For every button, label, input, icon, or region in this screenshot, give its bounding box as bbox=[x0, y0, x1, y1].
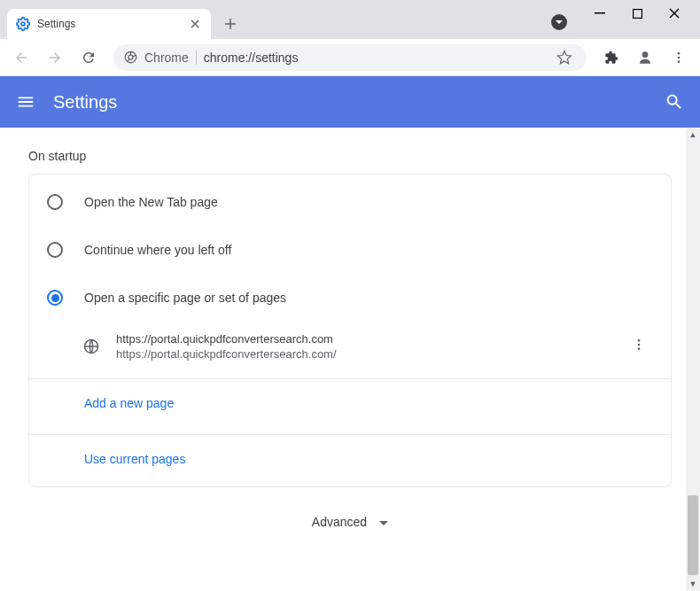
page-title: Settings bbox=[53, 92, 647, 113]
svg-point-8 bbox=[678, 60, 681, 63]
startup-card: Open the New Tab page Continue where you… bbox=[28, 174, 672, 487]
radio-label: Open a specific page or set of pages bbox=[84, 291, 286, 305]
radio-continue[interactable]: Continue where you left off bbox=[29, 226, 671, 274]
svg-point-10 bbox=[638, 339, 641, 342]
svg-point-11 bbox=[638, 344, 641, 346]
svg-point-6 bbox=[678, 52, 681, 55]
radio-icon bbox=[47, 194, 63, 210]
hamburger-menu-icon[interactable] bbox=[16, 92, 35, 112]
use-current-link: Use current pages bbox=[84, 452, 185, 466]
chevron-down-icon bbox=[379, 514, 388, 530]
add-page-link: Add a new page bbox=[84, 396, 174, 410]
omnibox-prefix: Chrome bbox=[144, 51, 189, 65]
svg-point-7 bbox=[678, 56, 681, 58]
use-current-row[interactable]: Use current pages bbox=[29, 434, 671, 483]
advanced-label: Advanced bbox=[312, 515, 367, 529]
settings-header: Settings bbox=[0, 76, 700, 128]
chrome-page-icon bbox=[124, 51, 137, 64]
svg-point-5 bbox=[642, 51, 649, 58]
svg-point-12 bbox=[638, 347, 641, 350]
startup-page-row: https://portal.quickpdfconvertersearch.c… bbox=[29, 322, 671, 371]
globe-icon bbox=[82, 338, 100, 355]
reload-button[interactable] bbox=[74, 43, 103, 72]
advanced-toggle[interactable]: Advanced bbox=[0, 487, 700, 556]
profile-button[interactable] bbox=[631, 43, 659, 72]
radio-specific-pages[interactable]: Open a specific page or set of pages bbox=[29, 274, 671, 322]
page-entry-url: https://portal.quickpdfconvertersearch.c… bbox=[116, 347, 609, 361]
radio-icon bbox=[47, 290, 63, 306]
radio-label: Open the New Tab page bbox=[84, 195, 218, 209]
scrollbar[interactable]: ▲ ▼ bbox=[686, 128, 700, 591]
page-info: https://portal.quickpdfconvertersearch.c… bbox=[116, 332, 609, 361]
content-area: On startup Open the New Tab page Continu… bbox=[0, 128, 700, 591]
tab-title: Settings bbox=[37, 18, 181, 30]
svg-rect-1 bbox=[595, 12, 605, 14]
omnibox[interactable]: Chrome chrome://settings bbox=[113, 44, 587, 71]
maximize-icon[interactable] bbox=[631, 7, 643, 19]
menu-button[interactable] bbox=[665, 43, 693, 72]
close-window-icon[interactable] bbox=[668, 7, 681, 19]
omnibox-url: chrome://settings bbox=[204, 51, 546, 65]
scrollbar-thumb[interactable] bbox=[688, 495, 698, 575]
minimize-icon[interactable] bbox=[594, 7, 606, 19]
close-tab-icon[interactable] bbox=[188, 17, 202, 31]
tab-overflow-button[interactable] bbox=[551, 14, 567, 30]
address-bar: Chrome chrome://settings bbox=[0, 39, 700, 76]
browser-tab[interactable]: Settings bbox=[7, 9, 211, 39]
new-tab-button[interactable] bbox=[218, 12, 243, 36]
add-page-row[interactable]: Add a new page bbox=[29, 378, 671, 427]
svg-rect-2 bbox=[633, 9, 642, 18]
radio-label: Continue where you left off bbox=[84, 243, 231, 257]
back-button[interactable] bbox=[7, 43, 35, 72]
radio-icon bbox=[47, 242, 63, 258]
scroll-up-icon[interactable]: ▲ bbox=[686, 128, 700, 142]
bookmark-star-icon[interactable] bbox=[553, 50, 576, 66]
section-title: On startup bbox=[0, 149, 700, 174]
settings-gear-icon bbox=[16, 17, 30, 31]
forward-button[interactable] bbox=[41, 43, 69, 72]
page-entry-title: https://portal.quickpdfconvertersearch.c… bbox=[116, 332, 609, 346]
omnibox-divider bbox=[196, 51, 197, 65]
extensions-button[interactable] bbox=[597, 43, 626, 72]
search-icon[interactable] bbox=[665, 92, 684, 112]
scroll-down-icon[interactable]: ▼ bbox=[686, 577, 700, 591]
window-controls bbox=[574, 0, 700, 27]
more-actions-icon[interactable] bbox=[625, 330, 653, 362]
svg-point-0 bbox=[21, 22, 25, 26]
radio-new-tab[interactable]: Open the New Tab page bbox=[29, 178, 671, 226]
